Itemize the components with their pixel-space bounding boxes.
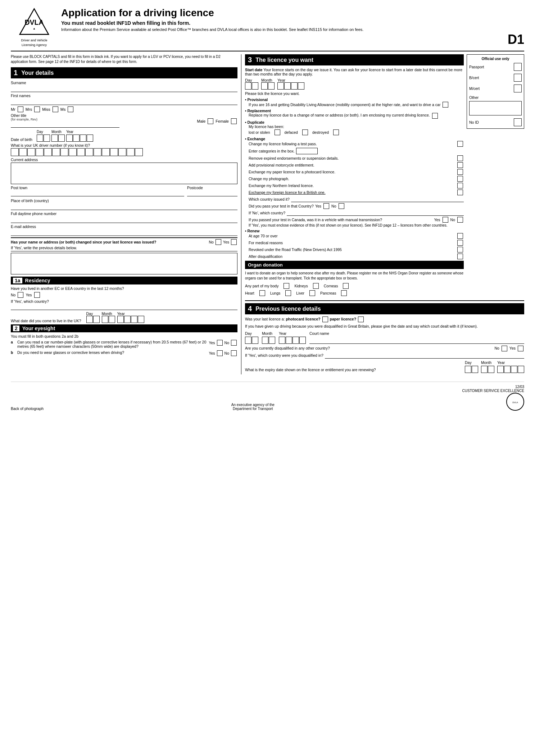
start-year-4[interactable] bbox=[298, 82, 304, 90]
name-change-yes[interactable] bbox=[231, 239, 237, 245]
renew-medical-checkbox[interactable] bbox=[457, 240, 463, 246]
renew-disqualification-checkbox[interactable] bbox=[457, 254, 463, 259]
pass-no-checkbox[interactable] bbox=[339, 203, 344, 209]
female-checkbox[interactable] bbox=[231, 118, 237, 124]
exchange-ni-checkbox[interactable] bbox=[457, 183, 463, 188]
sec4-year-1[interactable] bbox=[279, 337, 285, 344]
driver-box-15[interactable] bbox=[127, 148, 135, 156]
place-of-birth-input[interactable] bbox=[11, 204, 237, 210]
sec4-month-1[interactable] bbox=[262, 337, 268, 344]
expiry-month-2[interactable] bbox=[488, 366, 494, 373]
which-country-issued-input[interactable] bbox=[291, 196, 464, 202]
corneas-checkbox[interactable] bbox=[343, 283, 349, 289]
dob-month-2[interactable] bbox=[58, 135, 65, 142]
driver-box-5[interactable] bbox=[44, 148, 52, 156]
surname-input[interactable] bbox=[11, 86, 237, 92]
which-country-input[interactable] bbox=[11, 304, 237, 310]
start-year-2[interactable] bbox=[284, 82, 291, 90]
dob-month-1[interactable] bbox=[51, 135, 58, 142]
expiry-year-4[interactable] bbox=[518, 366, 524, 373]
sec4-day-2[interactable] bbox=[252, 337, 258, 344]
address-input[interactable] bbox=[11, 163, 237, 184]
replacement-checkbox[interactable] bbox=[432, 113, 438, 119]
residency-yes[interactable] bbox=[34, 292, 40, 298]
mrs-checkbox[interactable] bbox=[34, 106, 40, 112]
residency-no[interactable] bbox=[18, 292, 23, 298]
driver-box-12[interactable] bbox=[102, 148, 110, 156]
start-year-1[interactable] bbox=[277, 82, 284, 90]
lost-checkbox[interactable] bbox=[275, 129, 280, 135]
kidneys-checkbox[interactable] bbox=[313, 283, 319, 289]
sec4-day-1[interactable] bbox=[245, 337, 251, 344]
canada-yes-checkbox[interactable] bbox=[443, 217, 448, 223]
name-change-no[interactable] bbox=[216, 239, 221, 245]
phone-input[interactable] bbox=[11, 217, 237, 223]
expiry-year-2[interactable] bbox=[504, 366, 511, 373]
res-year-4[interactable] bbox=[138, 316, 144, 323]
dob-year-3[interactable] bbox=[80, 135, 86, 142]
expiry-day-2[interactable] bbox=[472, 366, 478, 373]
driver-box-6[interactable] bbox=[52, 148, 60, 156]
driver-box-14[interactable] bbox=[118, 148, 126, 156]
pancreas-checkbox[interactable] bbox=[341, 290, 347, 296]
add-motorcycle-checkbox[interactable] bbox=[457, 162, 463, 168]
driver-box-1[interactable] bbox=[11, 148, 19, 156]
court-name-input[interactable] bbox=[309, 337, 524, 344]
dob-year-4[interactable] bbox=[87, 135, 93, 142]
other-title-input[interactable] bbox=[11, 121, 119, 128]
lungs-checkbox[interactable] bbox=[285, 290, 291, 296]
any-part-checkbox[interactable] bbox=[284, 283, 289, 289]
exchange-test-checkbox[interactable] bbox=[457, 141, 463, 147]
res-year-2[interactable] bbox=[124, 316, 131, 323]
dob-day-1[interactable] bbox=[37, 135, 43, 142]
start-day-2[interactable] bbox=[252, 82, 258, 90]
driver-box-16[interactable] bbox=[135, 148, 143, 156]
canada-no-checkbox[interactable] bbox=[457, 217, 463, 223]
remove-endorsements-checkbox[interactable] bbox=[457, 155, 463, 161]
first-names-input[interactable] bbox=[11, 99, 237, 105]
dis-no-checkbox[interactable] bbox=[502, 346, 507, 351]
defaced-checkbox[interactable] bbox=[302, 129, 308, 135]
dob-year-1[interactable] bbox=[66, 135, 73, 142]
previous-details-input[interactable] bbox=[11, 253, 237, 274]
sec4-month-2[interactable] bbox=[269, 337, 275, 344]
if-yes-country-input[interactable] bbox=[325, 353, 524, 359]
start-month-1[interactable] bbox=[261, 82, 268, 90]
sec4-year-2[interactable] bbox=[286, 337, 292, 344]
destroyed-checkbox[interactable] bbox=[333, 129, 339, 135]
photocard-checkbox[interactable] bbox=[322, 316, 328, 322]
renew-road-traffic-checkbox[interactable] bbox=[457, 247, 463, 252]
postcode-input[interactable] bbox=[187, 190, 237, 196]
driver-box-9[interactable] bbox=[77, 148, 85, 156]
driver-box-13[interactable] bbox=[110, 148, 118, 156]
expiry-month-1[interactable] bbox=[481, 366, 488, 373]
post-town-input[interactable] bbox=[11, 190, 184, 196]
heart-checkbox[interactable] bbox=[259, 290, 265, 296]
driver-box-7[interactable] bbox=[60, 148, 68, 156]
mr-checkbox[interactable] bbox=[18, 106, 23, 112]
provisional-checkbox[interactable] bbox=[443, 102, 448, 108]
change-photo-checkbox[interactable] bbox=[457, 176, 463, 182]
miss-checkbox[interactable] bbox=[53, 106, 58, 112]
expiry-year-1[interactable] bbox=[497, 366, 504, 373]
email-input[interactable] bbox=[11, 229, 237, 236]
categories-input[interactable] bbox=[296, 148, 318, 154]
dob-day-2[interactable] bbox=[44, 135, 50, 142]
exchange-foreign-checkbox[interactable] bbox=[457, 190, 463, 195]
driver-box-11[interactable] bbox=[94, 148, 101, 156]
dis-yes-checkbox[interactable] bbox=[518, 346, 523, 351]
liver-checkbox[interactable] bbox=[309, 290, 315, 296]
start-day-1[interactable] bbox=[245, 82, 251, 90]
driver-box-3[interactable] bbox=[27, 148, 35, 156]
dob-year-2[interactable] bbox=[73, 135, 80, 142]
res-year-1[interactable] bbox=[117, 316, 124, 323]
male-checkbox[interactable] bbox=[208, 118, 213, 124]
renew-age70-checkbox[interactable] bbox=[457, 233, 463, 239]
expiry-year-3[interactable] bbox=[511, 366, 517, 373]
res-day-1[interactable] bbox=[86, 316, 93, 323]
res-month-2[interactable] bbox=[109, 316, 115, 323]
sec4-year-3[interactable] bbox=[293, 337, 299, 344]
start-month-2[interactable] bbox=[268, 82, 275, 90]
ms-checkbox[interactable] bbox=[68, 106, 73, 112]
driver-box-4[interactable] bbox=[36, 148, 44, 156]
